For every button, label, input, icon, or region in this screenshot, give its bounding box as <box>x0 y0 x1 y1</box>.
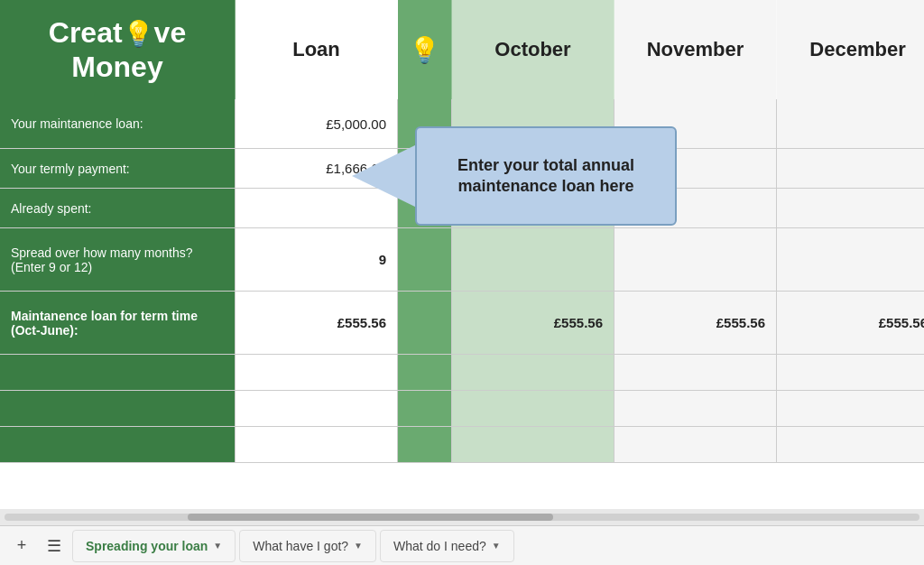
arrow-shape: Enter your total annual maintenance loan… <box>352 126 677 226</box>
tab-what-need-label: What do I need? <box>393 539 486 553</box>
october-header-label: October <box>494 38 570 61</box>
tab-bar: + ☰ Spreading your loan ▼ What have I go… <box>0 525 924 565</box>
tab-what-need-arrow: ▼ <box>492 541 501 551</box>
row-7-nov-value[interactable] <box>614 427 777 462</box>
row-4-icon <box>398 292 452 354</box>
row-4-nov-value[interactable]: £555.56 <box>614 292 777 354</box>
tab-spreading-arrow: ▼ <box>213 541 222 551</box>
tab-what-have-arrow: ▼ <box>354 541 363 551</box>
logo-part1: Creat <box>49 16 123 49</box>
row-7-icon <box>398 427 452 462</box>
row-7-dec-value[interactable] <box>777 427 924 462</box>
row-3-dec-value[interactable] <box>777 228 924 291</box>
row-3-icon <box>398 228 452 291</box>
logo-cell: Creat💡ve Money <box>0 0 236 99</box>
data-row-6 <box>0 391 924 427</box>
logo-text: Creat💡ve Money <box>49 15 186 85</box>
tab-what-do-i-need[interactable]: What do I need? ▼ <box>380 530 514 562</box>
logo-bulb-icon: 💡 <box>123 20 154 48</box>
row-7-label <box>0 427 236 462</box>
tab-what-have-i-got[interactable]: What have I got? ▼ <box>239 530 376 562</box>
row-7-loan-value[interactable] <box>236 427 398 462</box>
row-5-dec-value[interactable] <box>777 355 924 390</box>
loan-header-label: Loan <box>292 38 340 61</box>
app-container: Creat💡ve Money Loan 💡 October November <box>0 0 924 565</box>
row-3-nov-value[interactable] <box>614 228 777 291</box>
scrollbar-area[interactable] <box>0 509 924 525</box>
row-2-dec-value[interactable] <box>777 189 924 227</box>
callout-overlay: Enter your total annual maintenance loan… <box>352 126 677 226</box>
december-header: December <box>777 0 924 99</box>
row-1-dec-value[interactable] <box>777 149 924 188</box>
logo-part2: ve <box>154 16 187 49</box>
row-6-loan-value[interactable] <box>236 391 398 426</box>
row-5-oct-value[interactable] <box>452 355 614 390</box>
data-row-7 <box>0 427 924 463</box>
row-2-label: Already spent: <box>0 189 236 227</box>
row-0-label: Your maintanence loan: <box>0 99 236 148</box>
icon-header-left: 💡 <box>398 0 452 99</box>
october-header: October <box>452 0 614 99</box>
row-7-oct-value[interactable] <box>452 427 614 462</box>
scrollbar-track[interactable] <box>5 514 919 521</box>
row-3-loan-value[interactable]: 9 <box>236 228 398 291</box>
bulb-icon-header-left: 💡 <box>409 35 440 65</box>
row-6-label <box>0 391 236 426</box>
row-4-loan-value[interactable]: £555.56 <box>236 292 398 354</box>
row-5-loan-value[interactable] <box>236 355 398 390</box>
row-5-icon <box>398 355 452 390</box>
tab-what-have-label: What have I got? <box>253 539 348 553</box>
row-0-dec-value[interactable] <box>777 99 924 148</box>
logo-part3: Money <box>71 51 162 83</box>
row-1-label: Your termly payment: <box>0 149 236 188</box>
row-6-nov-value[interactable] <box>614 391 777 426</box>
row-3-oct-value[interactable] <box>452 228 614 291</box>
callout-arrow <box>352 144 417 208</box>
scrollbar-thumb[interactable] <box>188 514 554 521</box>
december-header-label: December <box>809 38 905 61</box>
loan-header: Loan <box>236 0 398 99</box>
add-sheet-button[interactable]: + <box>7 532 36 560</box>
row-6-icon <box>398 391 452 426</box>
november-header: November <box>614 0 777 99</box>
tab-spreading-your-loan[interactable]: Spreading your loan ▼ <box>72 530 236 562</box>
callout-text: Enter your total annual maintenance loan… <box>430 155 661 198</box>
row-5-label <box>0 355 236 390</box>
spreadsheet-area: Creat💡ve Money Loan 💡 October November <box>0 0 924 525</box>
row-6-oct-value[interactable] <box>452 391 614 426</box>
tab-spreading-label: Spreading your loan <box>86 539 208 553</box>
header-row: Creat💡ve Money Loan 💡 October November <box>0 0 924 99</box>
data-row-5 <box>0 355 924 391</box>
sheet-menu-button[interactable]: ☰ <box>40 532 69 560</box>
november-header-label: November <box>647 38 744 61</box>
row-6-dec-value[interactable] <box>777 391 924 426</box>
row-3-label: Spread over how many months? (Enter 9 or… <box>0 228 236 291</box>
callout-box: Enter your total annual maintenance loan… <box>415 126 677 226</box>
row-4-label: Maintanence loan for term time (Oct-June… <box>0 292 236 354</box>
row-5-nov-value[interactable] <box>614 355 777 390</box>
data-row-3: Spread over how many months? (Enter 9 or… <box>0 228 924 292</box>
row-4-dec-value[interactable]: £555.56 <box>777 292 924 354</box>
row-4-oct-value[interactable]: £555.56 <box>452 292 614 354</box>
data-row-4: Maintanence loan for term time (Oct-June… <box>0 292 924 355</box>
